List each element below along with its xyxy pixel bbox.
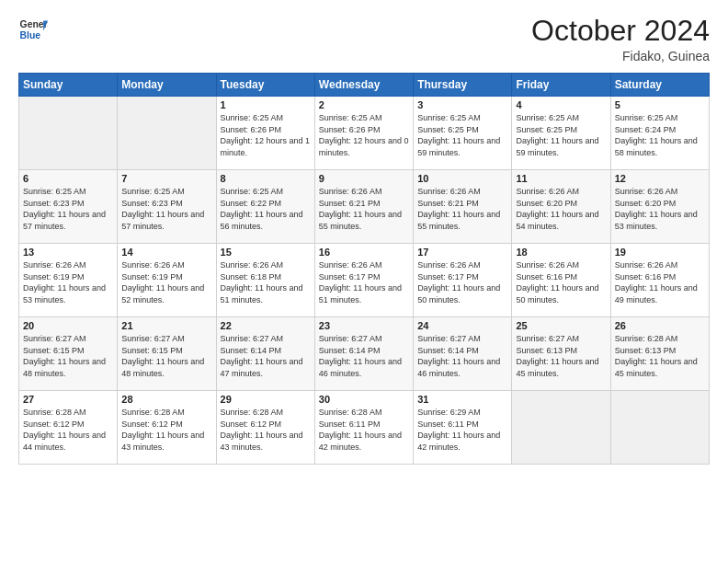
- calendar-cell: 19Sunrise: 6:26 AMSunset: 6:16 PMDayligh…: [610, 244, 709, 317]
- day-number: 27: [23, 394, 113, 405]
- day-info: Sunrise: 6:25 AMSunset: 6:25 PMDaylight:…: [417, 112, 507, 158]
- calendar-cell: 26Sunrise: 6:28 AMSunset: 6:13 PMDayligh…: [610, 317, 709, 391]
- day-number: 22: [221, 320, 311, 331]
- day-info: Sunrise: 6:28 AMSunset: 6:12 PMDaylight:…: [121, 407, 211, 453]
- day-number: 17: [417, 247, 507, 258]
- day-number: 9: [319, 173, 409, 184]
- day-info: Sunrise: 6:26 AMSunset: 6:17 PMDaylight:…: [319, 259, 409, 305]
- weekday-header: Wednesday: [314, 74, 413, 97]
- day-info: Sunrise: 6:25 AMSunset: 6:26 PMDaylight:…: [319, 112, 409, 158]
- calendar-cell: 20Sunrise: 6:27 AMSunset: 6:15 PMDayligh…: [19, 317, 118, 391]
- day-number: 26: [615, 320, 705, 331]
- day-number: 24: [417, 320, 507, 331]
- day-number: 14: [121, 247, 211, 258]
- month-title: October 2024: [531, 15, 710, 47]
- calendar-cell: [19, 97, 118, 170]
- day-info: Sunrise: 6:27 AMSunset: 6:14 PMDaylight:…: [319, 333, 409, 379]
- calendar-cell: 30Sunrise: 6:28 AMSunset: 6:11 PMDayligh…: [314, 391, 413, 465]
- calendar-week-row: 27Sunrise: 6:28 AMSunset: 6:12 PMDayligh…: [19, 391, 710, 465]
- calendar-cell: [118, 97, 216, 170]
- calendar-cell: 21Sunrise: 6:27 AMSunset: 6:15 PMDayligh…: [118, 317, 216, 391]
- day-number: 15: [221, 247, 311, 258]
- day-info: Sunrise: 6:25 AMSunset: 6:24 PMDaylight:…: [615, 112, 705, 158]
- day-info: Sunrise: 6:26 AMSunset: 6:21 PMDaylight:…: [319, 186, 409, 232]
- weekday-header: Tuesday: [216, 74, 314, 97]
- calendar-cell: 28Sunrise: 6:28 AMSunset: 6:12 PMDayligh…: [118, 391, 216, 465]
- calendar-cell: 29Sunrise: 6:28 AMSunset: 6:12 PMDayligh…: [216, 391, 314, 465]
- day-number: 11: [516, 173, 606, 184]
- day-info: Sunrise: 6:25 AMSunset: 6:26 PMDaylight:…: [221, 112, 311, 158]
- calendar-cell: 15Sunrise: 6:26 AMSunset: 6:18 PMDayligh…: [216, 244, 314, 317]
- day-info: Sunrise: 6:26 AMSunset: 6:18 PMDaylight:…: [221, 259, 311, 305]
- day-info: Sunrise: 6:27 AMSunset: 6:14 PMDaylight:…: [417, 333, 507, 379]
- day-info: Sunrise: 6:26 AMSunset: 6:16 PMDaylight:…: [516, 259, 606, 305]
- calendar-cell: 11Sunrise: 6:26 AMSunset: 6:20 PMDayligh…: [512, 170, 610, 244]
- weekday-header: Friday: [512, 74, 610, 97]
- calendar-cell: 5Sunrise: 6:25 AMSunset: 6:24 PMDaylight…: [610, 97, 709, 170]
- calendar-cell: 23Sunrise: 6:27 AMSunset: 6:14 PMDayligh…: [314, 317, 413, 391]
- weekday-header: Thursday: [414, 74, 512, 97]
- day-info: Sunrise: 6:28 AMSunset: 6:13 PMDaylight:…: [615, 333, 705, 379]
- day-info: Sunrise: 6:27 AMSunset: 6:14 PMDaylight:…: [221, 333, 311, 379]
- calendar-cell: 3Sunrise: 6:25 AMSunset: 6:25 PMDaylight…: [414, 97, 512, 170]
- calendar-cell: 9Sunrise: 6:26 AMSunset: 6:21 PMDaylight…: [314, 170, 413, 244]
- calendar-cell: 27Sunrise: 6:28 AMSunset: 6:12 PMDayligh…: [19, 391, 118, 465]
- header: General Blue October 2024 Fidako, Guinea: [18, 15, 710, 63]
- day-number: 20: [23, 320, 113, 331]
- day-info: Sunrise: 6:28 AMSunset: 6:12 PMDaylight:…: [221, 407, 311, 453]
- calendar-cell: 10Sunrise: 6:26 AMSunset: 6:21 PMDayligh…: [414, 170, 512, 244]
- calendar-cell: 13Sunrise: 6:26 AMSunset: 6:19 PMDayligh…: [19, 244, 118, 317]
- calendar-cell: 31Sunrise: 6:29 AMSunset: 6:11 PMDayligh…: [414, 391, 512, 465]
- day-number: 30: [319, 394, 409, 405]
- day-number: 10: [417, 173, 507, 184]
- day-info: Sunrise: 6:26 AMSunset: 6:17 PMDaylight:…: [417, 259, 507, 305]
- calendar-cell: 24Sunrise: 6:27 AMSunset: 6:14 PMDayligh…: [414, 317, 512, 391]
- day-info: Sunrise: 6:27 AMSunset: 6:13 PMDaylight:…: [516, 333, 606, 379]
- day-info: Sunrise: 6:26 AMSunset: 6:19 PMDaylight:…: [121, 259, 211, 305]
- day-number: 28: [121, 394, 211, 405]
- day-info: Sunrise: 6:26 AMSunset: 6:21 PMDaylight:…: [417, 186, 507, 232]
- calendar-week-row: 20Sunrise: 6:27 AMSunset: 6:15 PMDayligh…: [19, 317, 710, 391]
- day-info: Sunrise: 6:27 AMSunset: 6:15 PMDaylight:…: [23, 333, 113, 379]
- page: General Blue October 2024 Fidako, Guinea…: [0, 0, 728, 563]
- day-info: Sunrise: 6:26 AMSunset: 6:16 PMDaylight:…: [615, 259, 705, 305]
- day-info: Sunrise: 6:27 AMSunset: 6:15 PMDaylight:…: [121, 333, 211, 379]
- day-number: 1: [221, 99, 311, 110]
- day-number: 5: [615, 99, 705, 110]
- calendar-cell: 6Sunrise: 6:25 AMSunset: 6:23 PMDaylight…: [19, 170, 118, 244]
- calendar-cell: 12Sunrise: 6:26 AMSunset: 6:20 PMDayligh…: [610, 170, 709, 244]
- day-number: 7: [121, 173, 211, 184]
- weekday-row: SundayMondayTuesdayWednesdayThursdayFrid…: [19, 74, 710, 97]
- calendar-week-row: 6Sunrise: 6:25 AMSunset: 6:23 PMDaylight…: [19, 170, 710, 244]
- day-number: 29: [221, 394, 311, 405]
- calendar-cell: 4Sunrise: 6:25 AMSunset: 6:25 PMDaylight…: [512, 97, 610, 170]
- day-number: 6: [23, 173, 113, 184]
- day-number: 12: [615, 173, 705, 184]
- day-number: 8: [221, 173, 311, 184]
- day-info: Sunrise: 6:28 AMSunset: 6:11 PMDaylight:…: [319, 407, 409, 453]
- day-number: 4: [516, 99, 606, 110]
- calendar-cell: 25Sunrise: 6:27 AMSunset: 6:13 PMDayligh…: [512, 317, 610, 391]
- calendar-table: SundayMondayTuesdayWednesdayThursdayFrid…: [18, 73, 710, 465]
- day-number: 21: [121, 320, 211, 331]
- calendar-body: 1Sunrise: 6:25 AMSunset: 6:26 PMDaylight…: [19, 97, 710, 465]
- calendar-cell: [610, 391, 709, 465]
- calendar-cell: 17Sunrise: 6:26 AMSunset: 6:17 PMDayligh…: [414, 244, 512, 317]
- calendar-cell: [512, 391, 610, 465]
- logo: General Blue: [18, 15, 48, 44]
- calendar-cell: 2Sunrise: 6:25 AMSunset: 6:26 PMDaylight…: [314, 97, 413, 170]
- weekday-header: Saturday: [610, 74, 709, 97]
- weekday-header: Monday: [118, 74, 216, 97]
- day-info: Sunrise: 6:25 AMSunset: 6:23 PMDaylight:…: [23, 186, 113, 232]
- calendar-week-row: 1Sunrise: 6:25 AMSunset: 6:26 PMDaylight…: [19, 97, 710, 170]
- day-info: Sunrise: 6:26 AMSunset: 6:20 PMDaylight:…: [615, 186, 705, 232]
- day-number: 3: [417, 99, 507, 110]
- calendar-cell: 14Sunrise: 6:26 AMSunset: 6:19 PMDayligh…: [118, 244, 216, 317]
- location-subtitle: Fidako, Guinea: [531, 49, 710, 63]
- day-number: 25: [516, 320, 606, 331]
- calendar-cell: 18Sunrise: 6:26 AMSunset: 6:16 PMDayligh…: [512, 244, 610, 317]
- title-block: October 2024 Fidako, Guinea: [531, 15, 710, 63]
- day-number: 16: [319, 247, 409, 258]
- day-number: 13: [23, 247, 113, 258]
- day-info: Sunrise: 6:25 AMSunset: 6:22 PMDaylight:…: [221, 186, 311, 232]
